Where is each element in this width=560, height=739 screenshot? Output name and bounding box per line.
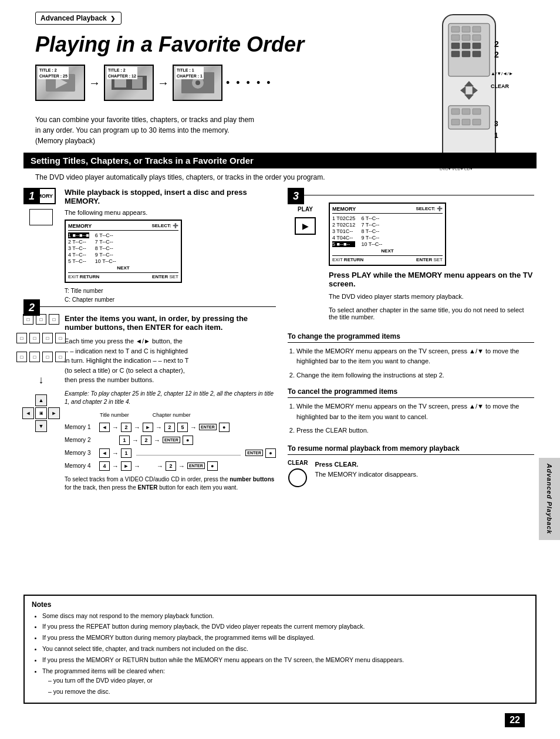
svg-rect-21: [473, 51, 481, 57]
svg-rect-20: [462, 51, 470, 57]
cancel-section-body: While the MEMORY menu appears on the TV …: [288, 401, 534, 436]
svg-text:2: 2: [494, 39, 499, 49]
page-number: 22: [505, 713, 525, 727]
side-tab: Advanced Playback: [539, 458, 560, 540]
svg-text:▲/▼/◄/►: ▲/▼/◄/►: [491, 71, 513, 76]
memory-entry-3: Memory 3 ◄ → 1 ENTER ●: [65, 448, 276, 458]
svg-rect-17: [462, 43, 470, 49]
page-title: Playing in a Favorite Order: [35, 32, 304, 57]
memory-menu-step3: MEMORY SELECT: ➕ 1 T02C25 2 T02C12 3 T01…: [329, 203, 446, 266]
svg-rect-39: [473, 119, 481, 125]
change-section-body: While the MEMORY menu appears on the TV …: [288, 346, 534, 381]
notes-section: Notes Some discs may not respond to the …: [23, 595, 537, 704]
change-section: To change the programmed items While the…: [288, 332, 534, 381]
svg-rect-26: [465, 86, 473, 95]
clear-icon: [288, 468, 307, 487]
resume-text: Press CLEAR. The MEMORY indicator disapp…: [315, 460, 418, 479]
svg-text:2: 2: [494, 50, 499, 59]
svg-rect-13: [451, 35, 460, 41]
step1-container: 1 MEMORY While playback is stopped, inse…: [23, 188, 276, 304]
tracks-note: To select tracks from a VIDEO CD/audio C…: [65, 475, 276, 492]
svg-rect-3: [114, 78, 126, 87]
svg-rect-37: [451, 119, 460, 125]
notes-body: Some discs may not respond to the memory…: [32, 611, 528, 697]
seq-dots: • • • • •: [226, 77, 272, 89]
step3-note: To select another chapter in the same ti…: [329, 306, 534, 320]
clear-section: CLEAR: [288, 460, 308, 487]
step2-down-arrow: ↓: [39, 374, 44, 386]
svg-text:CLEAR: CLEAR: [491, 83, 509, 89]
svg-rect-12: [473, 26, 481, 32]
remote-control-illustration: 2 2 CLEAR 3 1 ▲/▼/◄/► DVD▾ VCD▾ CD▾: [407, 12, 525, 176]
diagram-labels: Title number Chapter number: [100, 412, 276, 418]
step2-container: 2 □ □ □ □ □ □ □ □ □ □ □: [23, 299, 276, 492]
svg-rect-18: [473, 43, 481, 49]
breadcrumb: Advanced Playback: [35, 12, 122, 25]
svg-rect-34: [451, 109, 460, 114]
step3-play-label: PLAY: [298, 206, 313, 212]
step3-body: The DVD video player starts memory playb…: [329, 292, 534, 302]
sub-description: The DVD video player automatically plays…: [35, 173, 525, 181]
step2-icon-row2: □ □ □ □: [16, 333, 66, 343]
notes-title: Notes: [32, 600, 528, 609]
step2-body: Each time you press the ◄/► button, the …: [65, 336, 276, 385]
resume-section: To resume normal playback from memory pl…: [288, 444, 534, 487]
svg-rect-15: [473, 35, 481, 41]
memory-entry-4: Memory 4 4 → ► → → 2 → ENTER ●: [65, 461, 276, 471]
right-column: 3 PLAY ▶ MEMORY SELECT: ➕ 1 T02C25: [288, 188, 534, 487]
side-tab-text: Advanced Playback: [546, 464, 553, 534]
svg-rect-35: [462, 109, 470, 114]
svg-rect-10: [451, 26, 460, 32]
step3-heading: Press PLAY while the MEMORY menu appears…: [329, 271, 534, 288]
section-header: Setting Titles, Chapters, or Tracks in a…: [23, 153, 537, 168]
change-section-title: To change the programmed items: [288, 332, 534, 343]
svg-rect-11: [462, 26, 470, 32]
seq-item-3: TITLE : 1 CHAPTER : 1: [173, 65, 222, 101]
step3-container: 3 PLAY ▶ MEMORY SELECT: ➕ 1 T02C25: [288, 195, 534, 320]
svg-rect-16: [451, 43, 460, 49]
step1-heading: While playback is stopped, insert a disc…: [65, 188, 276, 205]
step2-heading: Enter the items you want, in order, by p…: [65, 314, 276, 332]
seq-item-1: TITLE : 2 CHAPTER : 25: [35, 65, 85, 101]
step1-number: 1: [23, 188, 40, 204]
step1-following-text: The following menu appears.: [65, 209, 276, 216]
cancel-section: To cancel the programmed items While the…: [288, 387, 534, 436]
step3-number: 3: [288, 188, 304, 204]
memory-entry-1: Memory 1 ◄ → 2 → ► → 2 5 → ENTER ●: [65, 423, 276, 432]
resume-title: To resume normal playback from memory pl…: [288, 444, 534, 455]
svg-rect-36: [473, 109, 481, 114]
svg-point-7: [195, 80, 200, 85]
memory-menu-step1: MEMORY SELECT: ➕ 1 ■--■--■ 2 T--C-- 3 T-…: [65, 220, 182, 283]
step2-nav-buttons: ▲ ◄ ▣ ► ▼: [22, 394, 60, 432]
seq-item-2: TITLE : 2 CHAPTER : 12: [104, 65, 154, 101]
memory-button-placeholder: [29, 209, 53, 225]
cancel-section-title: To cancel the programmed items: [288, 387, 534, 398]
svg-text:3: 3: [494, 120, 498, 128]
svg-rect-14: [462, 35, 470, 41]
step2-number: 2: [23, 299, 40, 316]
step2-icon-row3: □ □ □ □: [16, 352, 66, 362]
sequence-diagram: TITLE : 2 CHAPTER : 25 → TITLE : 2 CHAPT…: [35, 65, 272, 101]
seq-arrow-2: →: [157, 76, 169, 90]
clear-label: CLEAR: [288, 460, 308, 466]
play-icon: ▶: [295, 217, 316, 235]
svg-rect-38: [462, 119, 470, 125]
svg-text:1: 1: [494, 131, 498, 140]
seq-arrow-1: →: [89, 76, 100, 90]
memory-entry-2: Memory 2 1 → 2 → ENTER ●: [65, 436, 276, 445]
step2-example: Example: To play chapter 25 in title 2, …: [65, 390, 276, 406]
description-text: You can combine your favorite titles, ch…: [35, 114, 305, 146]
memory-entries: Memory 1 ◄ → 2 → ► → 2 5 → ENTER ●: [65, 423, 276, 471]
svg-rect-19: [451, 51, 460, 57]
